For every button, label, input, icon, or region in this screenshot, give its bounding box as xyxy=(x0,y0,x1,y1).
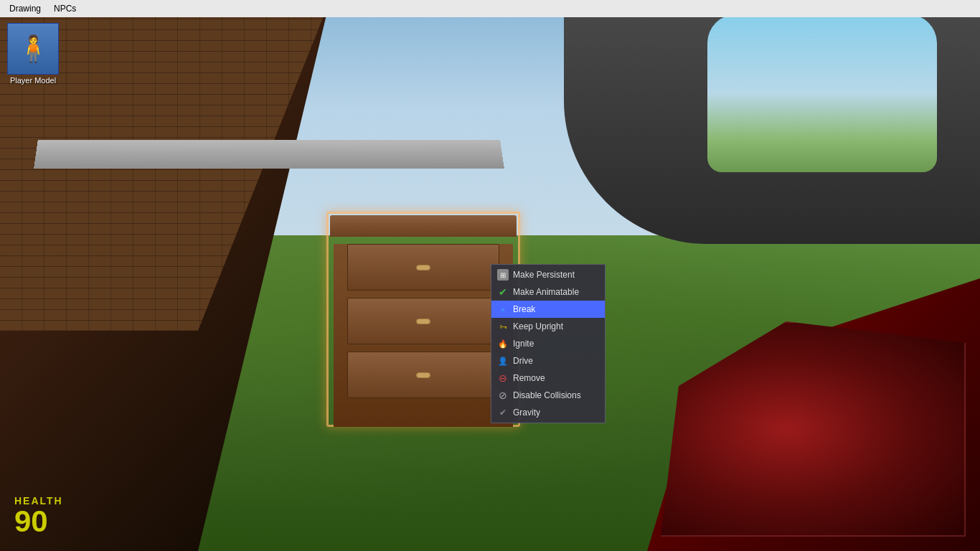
dresser-drawer-3 xyxy=(347,352,499,398)
ctx-label-break: Break xyxy=(513,304,535,314)
ctx-icon-make-persistent: ⊞ xyxy=(497,269,509,281)
ctx-item-ignite[interactable]: 🔥Ignite xyxy=(491,335,605,352)
ctx-icon-ignite: 🔥 xyxy=(497,338,509,349)
ctx-icon-keep-upright: 🗝 xyxy=(497,321,509,332)
player-model-label: Player Model xyxy=(7,76,59,85)
game-viewport: HEALTH 90 xyxy=(0,0,980,551)
dresser-drawer-1 xyxy=(347,244,499,291)
drawer-handle-1 xyxy=(416,265,430,270)
dresser-body xyxy=(334,244,513,427)
ctx-item-remove[interactable]: ⊖Remove xyxy=(491,369,605,387)
tunnel-arch xyxy=(564,0,980,244)
player-model-icon: 🧍 xyxy=(7,23,59,75)
player-model-panel[interactable]: 🧍 Player Model xyxy=(7,23,59,85)
menu-npcs[interactable]: NPCs xyxy=(48,2,82,15)
ctx-label-make-persistent: Make Persistent xyxy=(513,270,575,280)
ctx-label-ignite: Ignite xyxy=(513,339,534,349)
ctx-label-disable-collisions: Disable Collisions xyxy=(513,390,581,400)
dresser-drawer-2 xyxy=(347,298,499,344)
player-icon-glyph: 🧍 xyxy=(17,34,50,64)
drawer-handle-3 xyxy=(416,372,430,378)
ctx-icon-remove: ⊖ xyxy=(497,372,509,384)
ctx-item-break[interactable]: ●Break xyxy=(491,301,605,318)
ctx-icon-make-animatable: ✔ xyxy=(497,286,509,298)
health-value: 90 xyxy=(14,507,63,537)
ctx-label-gravity: Gravity xyxy=(513,408,540,418)
ctx-label-keep-upright: Keep Upright xyxy=(513,321,563,331)
ctx-icon-break: ● xyxy=(497,303,509,315)
drawer-handle-2 xyxy=(416,319,430,324)
menu-bar: Drawing NPCs xyxy=(0,0,980,17)
ctx-item-make-animatable[interactable]: ✔Make Animatable xyxy=(491,283,605,301)
ctx-label-remove: Remove xyxy=(513,373,545,383)
tunnel-window xyxy=(707,14,937,172)
dresser-top xyxy=(330,215,517,237)
ctx-label-make-animatable: Make Animatable xyxy=(513,287,579,297)
dresser-object[interactable] xyxy=(330,215,517,423)
hud-display: HEALTH 90 xyxy=(14,495,63,537)
ctx-icon-drive: 👤 xyxy=(497,355,509,367)
weapon-area xyxy=(550,264,980,551)
ctx-icon-disable-collisions: ⊘ xyxy=(497,390,509,401)
context-menu: ⊞Make Persistent✔Make Animatable●Break🗝K… xyxy=(491,264,606,423)
ctx-item-disable-collisions[interactable]: ⊘Disable Collisions xyxy=(491,387,605,404)
ctx-item-keep-upright[interactable]: 🗝Keep Upright xyxy=(491,318,605,335)
ctx-item-make-persistent[interactable]: ⊞Make Persistent xyxy=(491,266,605,283)
ctx-icon-gravity: ✔ xyxy=(497,407,509,418)
menu-drawing[interactable]: Drawing xyxy=(4,2,47,15)
ctx-item-drive[interactable]: 👤Drive xyxy=(491,352,605,369)
concrete-ledge xyxy=(34,140,504,168)
weapon-detail xyxy=(607,321,966,537)
ctx-label-drive: Drive xyxy=(513,356,533,366)
ctx-item-gravity[interactable]: ✔Gravity xyxy=(491,404,605,421)
